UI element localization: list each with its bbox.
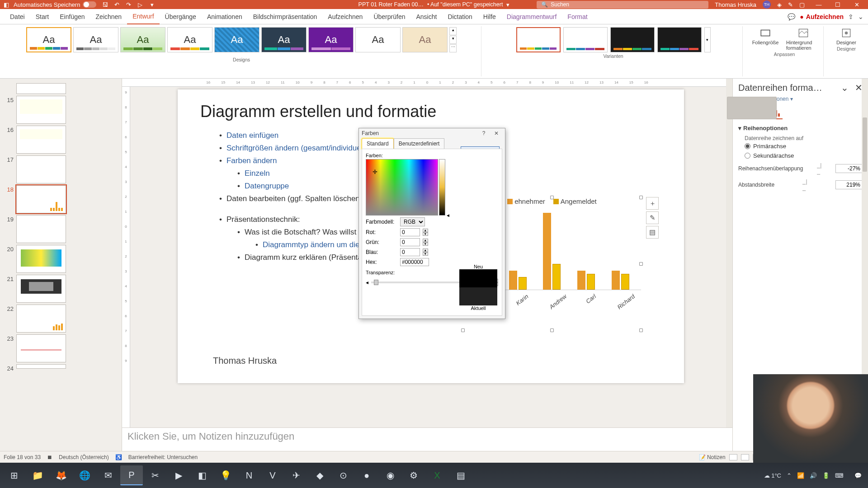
pen-icon[interactable]: ✎ (788, 1, 793, 8)
normal-view-icon[interactable] (729, 454, 737, 460)
tab-bildschirmpraesentation[interactable]: Bildschirmpräsentation (248, 9, 323, 24)
spin-up-icon[interactable]: ▴ (423, 249, 428, 252)
battery-icon[interactable]: 🔋 (822, 472, 830, 479)
slide-thumb-selected[interactable] (16, 185, 66, 213)
theme-tile[interactable]: Aa (402, 27, 448, 52)
tab-uebergaenge[interactable]: Übergänge (160, 9, 202, 24)
spin-down-icon[interactable]: ▾ (423, 252, 428, 256)
spellcheck-icon[interactable]: ⏹ (47, 454, 52, 460)
notes-pane[interactable]: Klicken Sie, um Notizen hinzuzufügen (122, 427, 732, 451)
redo-icon[interactable]: ↷ (124, 0, 132, 9)
slide-thumb[interactable] (16, 275, 66, 303)
minimize-button[interactable]: — (811, 0, 826, 9)
weather-widget[interactable]: ☁ 1°C (764, 472, 781, 479)
accessibility-icon[interactable]: ♿ (115, 454, 122, 460)
slide-thumb[interactable] (16, 364, 66, 369)
language-indicator[interactable]: Deutsch (Österreich) (59, 454, 109, 460)
pane-collapse-icon[interactable]: ⌄ (841, 83, 849, 93)
spin-up-icon[interactable]: ▴ (423, 229, 428, 232)
close-button[interactable]: ✕ (849, 0, 864, 9)
notifications-icon[interactable]: 💬 (854, 472, 862, 479)
gallery-up-icon[interactable]: ▴ (449, 27, 457, 35)
chart-styles-button[interactable]: ✎ (646, 211, 659, 224)
transparency-slider[interactable] (371, 282, 460, 283)
variant-tile[interactable] (657, 27, 702, 52)
user-name[interactable]: Thomas Hruska (715, 1, 756, 8)
network-icon[interactable]: 📶 (797, 472, 804, 479)
tab-ueberpruefen[interactable]: Überprüfen (368, 9, 410, 24)
gap-input[interactable] (835, 180, 863, 189)
app-icon[interactable]: ◧ (191, 465, 213, 485)
color-spectrum[interactable]: ✛ (366, 159, 438, 216)
format-background-button[interactable]: Hintergrund formatieren (786, 27, 821, 51)
user-avatar[interactable]: TH (763, 0, 771, 9)
qat-more-icon[interactable]: ▾ (148, 0, 156, 9)
variant-tile[interactable] (563, 27, 608, 52)
spin-down-icon[interactable]: ▾ (423, 242, 428, 246)
slide-thumb[interactable] (16, 83, 66, 94)
app-icon[interactable]: ▤ (449, 465, 472, 485)
document-name[interactable]: PPT 01 Roter Faden 00… (359, 1, 424, 8)
diamond-icon[interactable]: ◈ (777, 1, 782, 8)
tab-diagrammentwurf[interactable]: Diagrammentwurf (501, 9, 562, 24)
ribbon-collapse-icon[interactable]: ⌄ (858, 13, 863, 20)
help-icon[interactable]: ? (478, 129, 490, 138)
file-explorer-icon[interactable]: 📁 (26, 465, 49, 485)
onenote-icon[interactable]: N (238, 465, 260, 485)
undo-icon[interactable]: ↶ (113, 0, 121, 9)
settings-icon[interactable]: ⚙ (402, 465, 425, 485)
theme-tile[interactable]: Aa (167, 27, 212, 52)
powerpoint-taskbar-icon[interactable]: P (120, 465, 143, 485)
theme-tile[interactable]: Aa (355, 27, 401, 52)
slide-thumb[interactable] (16, 215, 66, 243)
tab-format[interactable]: Format (562, 9, 593, 24)
excel-icon[interactable]: X (426, 465, 448, 485)
vlc-icon[interactable]: ▶ (167, 465, 190, 485)
toggle-off-icon[interactable] (83, 1, 96, 8)
slide-thumb[interactable] (16, 155, 66, 183)
volume-icon[interactable]: 🔊 (810, 472, 817, 479)
maximize-button[interactable]: ☐ (830, 0, 845, 9)
radio-secondary-axis[interactable]: Sekundärachse (738, 151, 863, 160)
start-menu-icon[interactable]: ⊞ (3, 465, 25, 485)
discord-icon[interactable]: ◉ (379, 465, 401, 485)
tab-animationen[interactable]: Animationen (202, 9, 248, 24)
tab-hilfe[interactable]: Hilfe (478, 9, 501, 24)
slide-thumb[interactable] (16, 305, 66, 333)
autosave-toggle[interactable]: Automatisches Speichern (14, 1, 96, 8)
colors-dialog[interactable]: Farben ? ✕ Standard ▲ Benutzerdefiniert … (359, 128, 505, 319)
slide-counter[interactable]: Folie 18 von 33 (4, 454, 41, 460)
slide-thumb[interactable] (16, 96, 66, 124)
tab-custom[interactable]: Benutzerdefiniert (394, 138, 445, 149)
luminance-slider[interactable] (439, 159, 445, 216)
app-icon[interactable]: ◆ (308, 465, 331, 485)
blue-input[interactable] (400, 248, 420, 256)
slide-thumb[interactable] (16, 245, 66, 273)
tab-entwurf[interactable]: Entwurf (127, 9, 159, 24)
theme-tile[interactable]: Aa (26, 27, 71, 52)
firefox-icon[interactable]: 🦊 (50, 465, 72, 485)
tab-dictation[interactable]: Dictation (442, 9, 477, 24)
accessibility-status[interactable]: Barrierefreiheit: Untersuchen (128, 454, 198, 460)
theme-tile[interactable]: Aa (261, 27, 307, 52)
trans-left-icon[interactable]: ◂ (366, 279, 368, 286)
chart-elements-button[interactable]: ＋ (646, 197, 659, 210)
tab-ansicht[interactable]: Ansicht (410, 9, 442, 24)
theme-tile[interactable]: Aa (120, 27, 165, 52)
tab-standard[interactable]: Standard ▲ (362, 138, 394, 149)
theme-tile[interactable]: Aa (214, 27, 259, 52)
slide-thumb[interactable] (16, 334, 66, 362)
green-input[interactable] (400, 238, 420, 246)
chart-filters-button[interactable]: ▤ (646, 226, 659, 239)
save-icon[interactable]: 🖫 (101, 0, 109, 9)
theme-tile[interactable]: Aa (308, 27, 354, 52)
radio-primary-axis[interactable]: Primärachse (738, 141, 863, 151)
notes-toggle[interactable]: 📝 Notizen (699, 454, 726, 460)
comments-icon[interactable]: 💬 (788, 13, 795, 20)
red-input[interactable] (400, 228, 420, 236)
record-button[interactable]: ● Aufzeichnen (800, 13, 844, 20)
designer-button[interactable]: Designer (829, 27, 863, 45)
spin-up-icon[interactable]: ▴ (423, 239, 428, 242)
hex-input[interactable] (400, 258, 429, 266)
gallery-more-icon[interactable]: ⋯ (449, 44, 457, 52)
